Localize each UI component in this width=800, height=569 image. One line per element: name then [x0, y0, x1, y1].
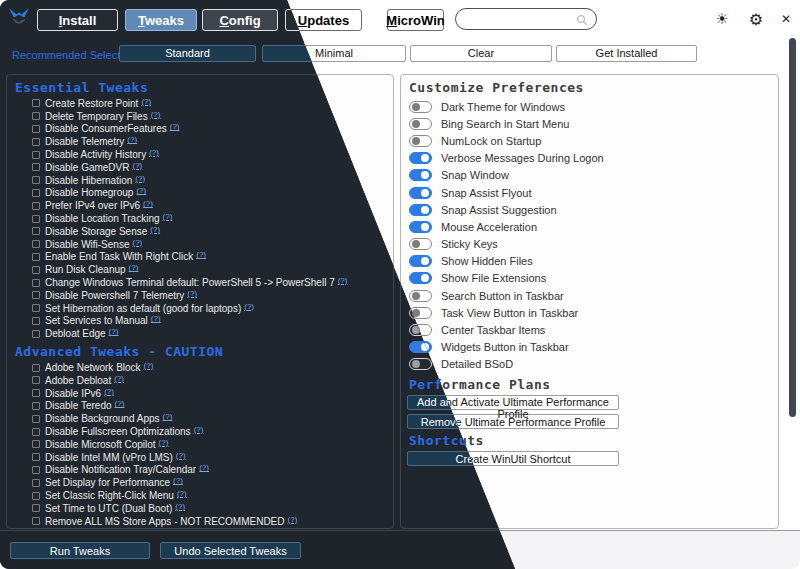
help-link[interactable]: (?) [170, 122, 180, 131]
help-link[interactable]: (?) [175, 502, 185, 511]
help-link[interactable]: (?) [115, 399, 125, 408]
checkbox[interactable] [32, 453, 40, 461]
tweak-row[interactable]: Disable IPv6(?) [7, 387, 393, 400]
toggle-switch[interactable] [409, 272, 432, 284]
tweak-row[interactable]: Set Time to UTC (Dual Boot)(?) [7, 502, 393, 515]
tweak-row[interactable]: Disable Hibernation(?) [7, 174, 393, 187]
help-link[interactable]: (?) [150, 225, 160, 234]
help-link[interactable]: (?) [132, 238, 142, 247]
tweak-row[interactable]: Run Disk Cleanup(?) [7, 263, 393, 276]
tweak-row[interactable]: Set Hibernation as default (good for lap… [7, 302, 393, 315]
help-link[interactable]: (?) [132, 161, 142, 170]
toggle-switch[interactable] [409, 238, 432, 250]
help-link[interactable]: (?) [151, 110, 161, 119]
help-link[interactable]: (?) [244, 302, 254, 311]
toggle-switch[interactable] [409, 187, 432, 199]
checkbox[interactable] [32, 240, 40, 248]
tweak-row[interactable]: Disable Telemetry(?) [7, 135, 393, 148]
checkbox[interactable] [32, 202, 40, 210]
help-link[interactable]: (?) [176, 451, 186, 460]
checkbox[interactable] [32, 517, 40, 525]
tweak-row[interactable]: Disable Background Apps(?) [7, 412, 393, 425]
get-installed-button[interactable]: Get Installed [556, 45, 697, 62]
checkbox[interactable] [32, 389, 40, 397]
tweak-row[interactable]: Disable Microsoft Copilot(?) [7, 438, 393, 451]
checkbox[interactable] [32, 151, 40, 159]
help-link[interactable]: (?) [199, 463, 209, 472]
tweak-row[interactable]: Set Classic Right-Click Menu (?) [7, 489, 393, 502]
run-tweaks-button[interactable]: Run Tweaks [10, 542, 150, 559]
checkbox[interactable] [32, 402, 40, 410]
tweak-row[interactable]: Set Display for Performance(?) [7, 476, 393, 489]
toggle-switch[interactable] [409, 118, 432, 130]
help-link[interactable]: (?) [159, 438, 169, 447]
help-link[interactable]: (?) [163, 412, 173, 421]
checkbox[interactable] [32, 466, 40, 474]
checkbox[interactable] [32, 440, 40, 448]
help-link[interactable]: (?) [114, 374, 124, 383]
standard-button[interactable]: Standard [119, 45, 256, 62]
undo-selected-tweaks-button[interactable]: Undo Selected Tweaks [160, 542, 301, 559]
tweak-row[interactable]: Change Windows Terminal default: PowerSh… [7, 276, 393, 289]
tweak-row[interactable]: Disable Fullscreen Optimizations(?) [7, 425, 393, 438]
tweak-row[interactable]: Set Services to Manual(?) [7, 315, 393, 328]
tweak-row[interactable]: Disable Storage Sense(?) [7, 225, 393, 238]
help-link[interactable]: (?) [151, 314, 161, 323]
checkbox[interactable] [32, 492, 40, 500]
help-link[interactable]: (?) [104, 387, 114, 396]
close-icon[interactable]: ✕ [776, 8, 796, 30]
theme-toggle-icon[interactable]: ☀ [712, 8, 732, 30]
checkbox[interactable] [32, 279, 40, 287]
tweak-row[interactable]: Remove ALL MS Store Apps - NOT RECOMMEND… [7, 515, 393, 528]
tab-microwin[interactable]: MicroWin [387, 9, 444, 31]
help-link[interactable]: (?) [288, 515, 298, 524]
help-link[interactable]: (?) [187, 289, 197, 298]
toggle-switch[interactable] [409, 101, 432, 113]
help-link[interactable]: (?) [194, 425, 204, 434]
help-link[interactable]: (?) [338, 276, 348, 285]
help-link[interactable]: (?) [127, 135, 137, 144]
clear-button[interactable]: Clear [410, 45, 552, 62]
toggle-switch[interactable] [409, 255, 432, 267]
checkbox[interactable] [32, 304, 40, 312]
toggle-switch[interactable] [409, 221, 432, 233]
checkbox[interactable] [32, 479, 40, 487]
checkbox[interactable] [32, 364, 40, 372]
tab-install[interactable]: Install [37, 9, 118, 31]
checkbox[interactable] [32, 227, 40, 235]
checkbox[interactable] [32, 376, 40, 384]
tab-config[interactable]: Config [202, 9, 278, 31]
checkbox[interactable] [32, 125, 40, 133]
checkbox[interactable] [32, 291, 40, 299]
tweak-row[interactable]: Adobe Network Block(?) [7, 361, 393, 374]
toggle-switch[interactable] [409, 152, 432, 164]
help-link[interactable]: (?) [163, 212, 173, 221]
tweak-row[interactable]: Debloat Edge(?) [7, 327, 393, 340]
scrollbar[interactable] [787, 36, 797, 529]
tweak-row[interactable]: Disable Intel MM (vPro LMS)(?) [7, 451, 393, 464]
help-link[interactable]: (?) [196, 250, 206, 259]
tweak-row[interactable]: Disable GameDVR(?) [7, 161, 393, 174]
toggle-switch[interactable] [409, 169, 432, 181]
help-link[interactable]: (?) [109, 327, 119, 336]
tweak-row[interactable]: Disable ConsumerFeatures(?) [7, 123, 393, 136]
help-link[interactable]: (?) [149, 148, 159, 157]
checkbox[interactable] [32, 189, 40, 197]
toggle-switch[interactable] [409, 204, 432, 216]
toggle-switch[interactable] [409, 135, 432, 147]
help-link[interactable]: (?) [135, 174, 145, 183]
tweak-row[interactable]: Adobe Debloat(?) [7, 374, 393, 387]
checkbox[interactable] [32, 99, 40, 107]
tweak-row[interactable]: Disable Homegroup(?) [7, 187, 393, 200]
tweak-row[interactable]: Disable Location Tracking(?) [7, 212, 393, 225]
checkbox[interactable] [32, 415, 40, 423]
tweak-row[interactable]: Disable Teredo(?) [7, 400, 393, 413]
checkbox[interactable] [32, 330, 40, 338]
checkbox[interactable] [32, 112, 40, 120]
checkbox[interactable] [32, 215, 40, 223]
tweak-row[interactable]: Disable Wifi-Sense(?) [7, 238, 393, 251]
help-link[interactable]: (?) [136, 186, 146, 195]
checkbox[interactable] [32, 253, 40, 261]
help-link[interactable]: (?) [143, 199, 153, 208]
tweak-row[interactable]: Disable Activity History(?) [7, 148, 393, 161]
